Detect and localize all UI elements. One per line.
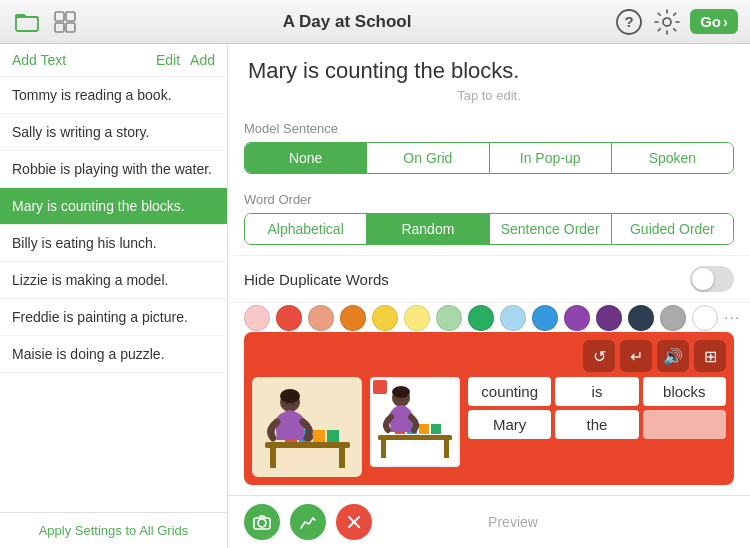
list-item[interactable]: Lizzie is making a model.: [0, 262, 227, 299]
add-button[interactable]: Add: [190, 52, 215, 68]
model-sentence-section: Model Sentence None On Grid In Pop-up Sp…: [228, 113, 750, 178]
svg-rect-9: [270, 448, 276, 468]
apply-settings-button[interactable]: Apply Settings to All Grids: [39, 523, 189, 538]
word-tile[interactable]: is: [555, 377, 638, 406]
alphabetical-button[interactable]: Alphabetical: [245, 214, 367, 244]
svg-rect-13: [313, 430, 325, 442]
go-button[interactable]: Go ›: [690, 9, 738, 34]
svg-rect-23: [378, 435, 452, 440]
random-button[interactable]: Random: [367, 214, 489, 244]
edit-button[interactable]: Edit: [156, 52, 180, 68]
app-title: A Day at School: [80, 12, 614, 32]
hide-duplicate-row: Hide Duplicate Words: [228, 255, 750, 303]
sentence-order-button[interactable]: Sentence Order: [490, 214, 612, 244]
color-dot[interactable]: [532, 305, 558, 331]
folder-icon[interactable]: [12, 7, 42, 37]
model-sentence-control: None On Grid In Pop-up Spoken: [244, 142, 734, 174]
word-tile[interactable]: Mary: [468, 410, 551, 439]
camera-icon-button[interactable]: [244, 504, 280, 540]
grid-view-icon[interactable]: [50, 7, 80, 37]
color-dot[interactable]: [628, 305, 654, 331]
sidebar-footer: Apply Settings to All Grids: [0, 512, 227, 548]
toggle-knob: [692, 268, 714, 290]
model-spoken-button[interactable]: Spoken: [612, 143, 733, 173]
tap-hint: Tap to edit.: [228, 88, 750, 113]
main-layout: Add Text Edit Add Tommy is reading a boo…: [0, 44, 750, 548]
model-in-popup-button[interactable]: In Pop-up: [490, 143, 612, 173]
add-text-button[interactable]: Add Text: [12, 52, 66, 68]
color-dot[interactable]: [340, 305, 366, 331]
color-dot[interactable]: [404, 305, 430, 331]
word-tile[interactable]: [643, 410, 726, 439]
content-panel: Mary is counting the blocks. Tap to edit…: [228, 44, 750, 548]
word-tile[interactable]: counting: [468, 377, 551, 406]
list-item[interactable]: Robbie is playing with the water.: [0, 151, 227, 188]
hide-duplicate-toggle[interactable]: [690, 266, 734, 292]
grid-inner: countingisblocksMarythe: [252, 377, 726, 477]
model-none-button[interactable]: None: [245, 143, 367, 173]
svg-rect-29: [431, 424, 441, 434]
svg-point-7: [663, 18, 671, 26]
svg-rect-24: [381, 440, 386, 458]
model-on-grid-button[interactable]: On Grid: [367, 143, 489, 173]
svg-rect-25: [444, 440, 449, 458]
sidebar-actions: Edit Add: [156, 52, 215, 68]
color-dot[interactable]: [564, 305, 590, 331]
more-colors-button[interactable]: ···: [724, 309, 740, 327]
settings-icon[interactable]: [652, 7, 682, 37]
hide-duplicate-label: Hide Duplicate Words: [244, 271, 389, 288]
color-dot[interactable]: [692, 305, 718, 331]
list-item[interactable]: Freddie is painting a picture.: [0, 299, 227, 336]
svg-point-18: [285, 401, 288, 404]
color-dot[interactable]: [596, 305, 622, 331]
list-item-active[interactable]: Mary is counting the blocks.: [0, 188, 227, 225]
word-order-label: Word Order: [244, 192, 734, 207]
grid-layout-icon[interactable]: ⊞: [694, 340, 726, 372]
color-dot[interactable]: [500, 305, 526, 331]
bottom-left-icons: [244, 504, 372, 540]
sentence-display[interactable]: Mary is counting the blocks.: [228, 44, 750, 88]
list-item[interactable]: Tommy is reading a book.: [0, 77, 227, 114]
guided-order-button[interactable]: Guided Order: [612, 214, 733, 244]
speaker-icon[interactable]: 🔊: [657, 340, 689, 372]
grid-toolbar: ↺ ↵ 🔊 ⊞: [252, 340, 726, 372]
return-icon[interactable]: ↵: [620, 340, 652, 372]
chart-icon-button[interactable]: [290, 504, 326, 540]
list-item[interactable]: Maisie is doing a puzzle.: [0, 336, 227, 373]
color-dot[interactable]: [308, 305, 334, 331]
bottom-bar: Preview: [228, 495, 750, 548]
svg-rect-3: [55, 23, 64, 32]
svg-point-32: [258, 519, 266, 527]
svg-rect-1: [55, 12, 64, 21]
word-order-section: Word Order Alphabetical Random Sentence …: [228, 184, 750, 249]
sidebar-header: Add Text Edit Add: [0, 44, 227, 77]
color-palette: ···: [228, 303, 750, 332]
scene-image-right: [370, 377, 460, 467]
grid-preview-area: ↺ ↵ 🔊 ⊞: [244, 332, 734, 485]
help-icon[interactable]: ?: [614, 7, 644, 37]
undo-icon[interactable]: ↺: [583, 340, 615, 372]
word-tile[interactable]: the: [555, 410, 638, 439]
svg-rect-2: [66, 12, 75, 21]
sentence-list: Tommy is reading a book. Sally is writin…: [0, 77, 227, 512]
preview-label: Preview: [488, 514, 538, 530]
color-dot[interactable]: [436, 305, 462, 331]
svg-rect-4: [66, 23, 75, 32]
svg-rect-10: [339, 448, 345, 468]
app-header: A Day at School ? Go ›: [0, 0, 750, 44]
svg-point-19: [291, 401, 294, 404]
close-icon-button[interactable]: [336, 504, 372, 540]
svg-rect-8: [265, 442, 350, 448]
word-tile[interactable]: blocks: [643, 377, 726, 406]
color-dot[interactable]: [276, 305, 302, 331]
color-dot[interactable]: [468, 305, 494, 331]
model-sentence-label: Model Sentence: [244, 121, 734, 136]
svg-rect-0: [16, 17, 38, 31]
svg-text:?: ?: [625, 13, 634, 30]
list-item[interactable]: Sally is writing a story.: [0, 114, 227, 151]
color-dot[interactable]: [244, 305, 270, 331]
color-dot[interactable]: [372, 305, 398, 331]
list-item[interactable]: Billy is eating his lunch.: [0, 225, 227, 262]
color-dot[interactable]: [660, 305, 686, 331]
svg-rect-22: [373, 380, 387, 394]
